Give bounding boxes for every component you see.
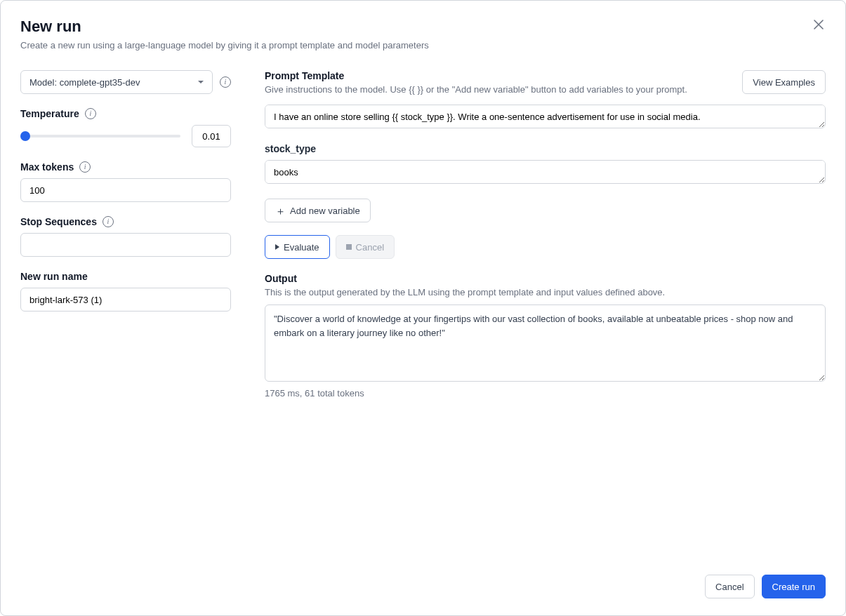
info-icon[interactable]: i [103, 216, 114, 227]
stop-sequences-label: Stop Sequences [20, 216, 97, 227]
info-icon[interactable]: i [79, 161, 91, 173]
close-icon[interactable] [812, 18, 826, 32]
output-help: This is the output generated by the LLM … [265, 287, 826, 297]
modal-subtitle: Create a new run using a large-language … [20, 40, 826, 51]
variable-value-input[interactable] [265, 160, 826, 184]
left-column: Model: complete-gpt35-dev i Temperature … [20, 70, 231, 552]
model-select[interactable]: Model: complete-gpt35-dev [20, 70, 213, 94]
play-icon [275, 244, 279, 250]
cancel-evaluate-button: Cancel [336, 235, 395, 259]
add-variable-button[interactable]: ＋ Add new variable [265, 199, 371, 222]
run-name-label: New run name [20, 271, 88, 282]
run-name-input[interactable] [20, 288, 231, 312]
model-select-label: Model: complete-gpt35-dev [29, 77, 140, 88]
temperature-label: Temperature [20, 108, 79, 119]
prompt-template-label: Prompt Template [265, 70, 687, 81]
new-run-modal: New run Create a new run using a large-l… [1, 1, 845, 615]
evaluate-button[interactable]: Evaluate [265, 235, 330, 259]
create-run-button[interactable]: Create run [762, 575, 826, 598]
stop-icon [346, 244, 352, 250]
modal-title: New run [20, 18, 826, 36]
output-textarea[interactable] [265, 304, 826, 382]
modal-header: New run Create a new run using a large-l… [1, 1, 845, 59]
plus-icon: ＋ [275, 206, 286, 216]
prompt-template-help: Give instructions to the model. Use {{ }… [265, 84, 687, 95]
modal-content: Model: complete-gpt35-dev i Temperature … [1, 59, 845, 563]
cancel-button[interactable]: Cancel [705, 575, 754, 598]
output-label: Output [265, 273, 826, 284]
info-icon[interactable]: i [85, 108, 96, 119]
temperature-input[interactable] [192, 125, 231, 147]
right-column: Prompt Template Give instructions to the… [265, 70, 826, 552]
cancel-evaluate-label: Cancel [356, 242, 384, 253]
slider-handle[interactable] [20, 131, 30, 141]
prompt-template-input[interactable] [265, 105, 826, 128]
info-icon[interactable]: i [220, 76, 231, 88]
evaluate-label: Evaluate [284, 242, 319, 253]
modal-footer: Cancel Create run [1, 563, 845, 615]
max-tokens-input[interactable] [20, 178, 231, 202]
add-variable-label: Add new variable [290, 206, 360, 216]
stop-sequences-input[interactable] [20, 233, 231, 257]
temperature-slider[interactable] [20, 129, 180, 143]
max-tokens-label: Max tokens [20, 161, 74, 173]
variable-name-label: stock_type [265, 143, 826, 154]
output-meta: 1765 ms, 61 total tokens [265, 388, 826, 399]
view-examples-button[interactable]: View Examples [742, 70, 826, 94]
